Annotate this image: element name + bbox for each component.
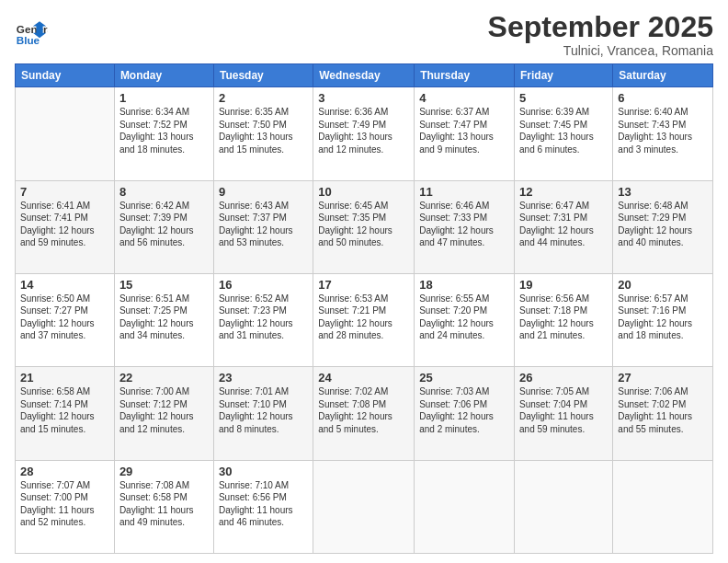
cell-content: Sunrise: 6:58 AM Sunset: 7:14 PM Dayligh… bbox=[20, 385, 109, 435]
cell-content: Sunrise: 7:03 AM Sunset: 7:06 PM Dayligh… bbox=[419, 385, 509, 435]
cell-content: Sunrise: 6:47 AM Sunset: 7:31 PM Dayligh… bbox=[519, 200, 608, 249]
day-number: 5 bbox=[519, 91, 608, 105]
cell-content: Sunrise: 6:48 AM Sunset: 7:29 PM Dayligh… bbox=[618, 200, 708, 249]
col-wednesday: Wednesday bbox=[313, 64, 415, 87]
day-number: 29 bbox=[119, 465, 209, 478]
header: General Blue September 2025 Tulnici, Vra… bbox=[15, 11, 713, 58]
cell-content: Sunrise: 6:39 AM Sunset: 7:45 PM Dayligh… bbox=[519, 106, 608, 155]
calendar-cell: 18Sunrise: 6:55 AM Sunset: 7:20 PM Dayli… bbox=[415, 273, 515, 366]
day-number: 18 bbox=[419, 278, 509, 292]
cell-content: Sunrise: 6:57 AM Sunset: 7:16 PM Dayligh… bbox=[618, 293, 708, 342]
col-thursday: Thursday bbox=[415, 64, 515, 87]
calendar-cell: 3Sunrise: 6:36 AM Sunset: 7:49 PM Daylig… bbox=[313, 87, 415, 180]
logo: General Blue bbox=[15, 15, 51, 48]
col-saturday: Saturday bbox=[613, 64, 713, 87]
calendar-table: Sunday Monday Tuesday Wednesday Thursday… bbox=[15, 63, 713, 554]
title-block: September 2025 Tulnici, Vrancea, Romania bbox=[488, 11, 713, 58]
calendar-cell: 8Sunrise: 6:42 AM Sunset: 7:39 PM Daylig… bbox=[114, 180, 213, 273]
calendar-cell: 16Sunrise: 6:52 AM Sunset: 7:23 PM Dayli… bbox=[213, 273, 313, 366]
calendar-cell: 20Sunrise: 6:57 AM Sunset: 7:16 PM Dayli… bbox=[613, 273, 713, 366]
day-number: 16 bbox=[219, 278, 308, 292]
cell-content: Sunrise: 6:41 AM Sunset: 7:41 PM Dayligh… bbox=[20, 200, 109, 249]
cell-content: Sunrise: 6:37 AM Sunset: 7:47 PM Dayligh… bbox=[419, 106, 509, 155]
calendar-cell: 13Sunrise: 6:48 AM Sunset: 7:29 PM Dayli… bbox=[613, 180, 713, 273]
cell-content: Sunrise: 7:00 AM Sunset: 7:12 PM Dayligh… bbox=[119, 385, 209, 435]
calendar-cell: 17Sunrise: 6:53 AM Sunset: 7:21 PM Dayli… bbox=[313, 273, 415, 366]
calendar-cell: 6Sunrise: 6:40 AM Sunset: 7:43 PM Daylig… bbox=[613, 87, 713, 180]
cell-content: Sunrise: 6:35 AM Sunset: 7:50 PM Dayligh… bbox=[219, 106, 308, 155]
day-number: 14 bbox=[20, 278, 109, 292]
cell-content: Sunrise: 6:34 AM Sunset: 7:52 PM Dayligh… bbox=[119, 106, 209, 155]
cell-content: Sunrise: 6:46 AM Sunset: 7:33 PM Dayligh… bbox=[419, 200, 509, 249]
day-number: 19 bbox=[519, 278, 608, 292]
calendar-cell: 14Sunrise: 6:50 AM Sunset: 7:27 PM Dayli… bbox=[16, 273, 115, 366]
cell-content: Sunrise: 7:07 AM Sunset: 7:00 PM Dayligh… bbox=[20, 479, 109, 529]
col-tuesday: Tuesday bbox=[213, 64, 313, 87]
calendar-cell: 23Sunrise: 7:01 AM Sunset: 7:10 PM Dayli… bbox=[213, 367, 313, 460]
calendar-cell: 22Sunrise: 7:00 AM Sunset: 7:12 PM Dayli… bbox=[114, 367, 213, 460]
cell-content: Sunrise: 7:05 AM Sunset: 7:04 PM Dayligh… bbox=[519, 385, 608, 435]
cell-content: Sunrise: 6:36 AM Sunset: 7:49 PM Dayligh… bbox=[318, 106, 409, 155]
day-number: 24 bbox=[318, 371, 409, 385]
calendar-cell bbox=[415, 460, 515, 553]
day-number: 1 bbox=[119, 91, 209, 105]
calendar-cell: 30Sunrise: 7:10 AM Sunset: 6:56 PM Dayli… bbox=[213, 460, 313, 553]
calendar-cell: 2Sunrise: 6:35 AM Sunset: 7:50 PM Daylig… bbox=[213, 87, 313, 180]
calendar-cell: 12Sunrise: 6:47 AM Sunset: 7:31 PM Dayli… bbox=[515, 180, 613, 273]
cell-content: Sunrise: 7:10 AM Sunset: 6:56 PM Dayligh… bbox=[219, 479, 308, 529]
calendar-cell: 10Sunrise: 6:45 AM Sunset: 7:35 PM Dayli… bbox=[313, 180, 415, 273]
cell-content: Sunrise: 6:45 AM Sunset: 7:35 PM Dayligh… bbox=[318, 200, 409, 249]
calendar-cell: 24Sunrise: 7:02 AM Sunset: 7:08 PM Dayli… bbox=[313, 367, 415, 460]
month-title: September 2025 bbox=[488, 11, 713, 43]
day-number: 22 bbox=[119, 371, 209, 385]
cell-content: Sunrise: 6:50 AM Sunset: 7:27 PM Dayligh… bbox=[20, 293, 109, 342]
calendar-cell: 4Sunrise: 6:37 AM Sunset: 7:47 PM Daylig… bbox=[415, 87, 515, 180]
calendar-cell: 25Sunrise: 7:03 AM Sunset: 7:06 PM Dayli… bbox=[415, 367, 515, 460]
day-number: 11 bbox=[419, 185, 509, 199]
day-number: 23 bbox=[219, 371, 308, 385]
calendar-cell: 29Sunrise: 7:08 AM Sunset: 6:58 PM Dayli… bbox=[114, 460, 213, 553]
cell-content: Sunrise: 6:56 AM Sunset: 7:18 PM Dayligh… bbox=[519, 293, 608, 342]
calendar-cell: 15Sunrise: 6:51 AM Sunset: 7:25 PM Dayli… bbox=[114, 273, 213, 366]
day-number: 26 bbox=[519, 371, 608, 385]
calendar-cell: 7Sunrise: 6:41 AM Sunset: 7:41 PM Daylig… bbox=[16, 180, 115, 273]
day-number: 13 bbox=[618, 185, 708, 199]
cell-content: Sunrise: 6:42 AM Sunset: 7:39 PM Dayligh… bbox=[119, 200, 209, 249]
day-number: 27 bbox=[618, 371, 708, 385]
cell-content: Sunrise: 6:53 AM Sunset: 7:21 PM Dayligh… bbox=[318, 293, 409, 342]
day-number: 30 bbox=[219, 465, 308, 478]
week-row-5: 28Sunrise: 7:07 AM Sunset: 7:00 PM Dayli… bbox=[16, 460, 713, 553]
cell-content: Sunrise: 7:02 AM Sunset: 7:08 PM Dayligh… bbox=[318, 385, 409, 435]
calendar-cell: 19Sunrise: 6:56 AM Sunset: 7:18 PM Dayli… bbox=[515, 273, 613, 366]
day-number: 17 bbox=[318, 278, 409, 292]
day-number: 25 bbox=[419, 371, 509, 385]
week-row-2: 7Sunrise: 6:41 AM Sunset: 7:41 PM Daylig… bbox=[16, 180, 713, 273]
page: General Blue September 2025 Tulnici, Vra… bbox=[0, 0, 728, 563]
week-row-3: 14Sunrise: 6:50 AM Sunset: 7:27 PM Dayli… bbox=[16, 273, 713, 366]
cell-content: Sunrise: 6:51 AM Sunset: 7:25 PM Dayligh… bbox=[119, 293, 209, 342]
day-number: 6 bbox=[618, 91, 708, 105]
cell-content: Sunrise: 7:08 AM Sunset: 6:58 PM Dayligh… bbox=[119, 479, 209, 529]
day-number: 21 bbox=[20, 371, 109, 385]
location: Tulnici, Vrancea, Romania bbox=[488, 43, 713, 58]
day-number: 2 bbox=[219, 91, 308, 105]
day-number: 7 bbox=[20, 185, 109, 199]
col-friday: Friday bbox=[515, 64, 613, 87]
calendar-cell: 21Sunrise: 6:58 AM Sunset: 7:14 PM Dayli… bbox=[16, 367, 115, 460]
cell-content: Sunrise: 6:40 AM Sunset: 7:43 PM Dayligh… bbox=[618, 106, 708, 155]
calendar-cell: 11Sunrise: 6:46 AM Sunset: 7:33 PM Dayli… bbox=[415, 180, 515, 273]
calendar-cell: 9Sunrise: 6:43 AM Sunset: 7:37 PM Daylig… bbox=[213, 180, 313, 273]
cell-content: Sunrise: 7:06 AM Sunset: 7:02 PM Dayligh… bbox=[618, 385, 708, 435]
calendar-cell bbox=[313, 460, 415, 553]
day-number: 9 bbox=[219, 185, 308, 199]
calendar-cell bbox=[613, 460, 713, 553]
week-row-1: 1Sunrise: 6:34 AM Sunset: 7:52 PM Daylig… bbox=[16, 87, 713, 180]
day-number: 12 bbox=[519, 185, 608, 199]
days-of-week-row: Sunday Monday Tuesday Wednesday Thursday… bbox=[16, 64, 713, 87]
day-number: 28 bbox=[20, 465, 109, 478]
generalblue-logo-icon: General Blue bbox=[15, 15, 48, 48]
calendar-cell: 26Sunrise: 7:05 AM Sunset: 7:04 PM Dayli… bbox=[515, 367, 613, 460]
cell-content: Sunrise: 7:01 AM Sunset: 7:10 PM Dayligh… bbox=[219, 385, 308, 435]
week-row-4: 21Sunrise: 6:58 AM Sunset: 7:14 PM Dayli… bbox=[16, 367, 713, 460]
calendar-cell: 28Sunrise: 7:07 AM Sunset: 7:00 PM Dayli… bbox=[16, 460, 115, 553]
